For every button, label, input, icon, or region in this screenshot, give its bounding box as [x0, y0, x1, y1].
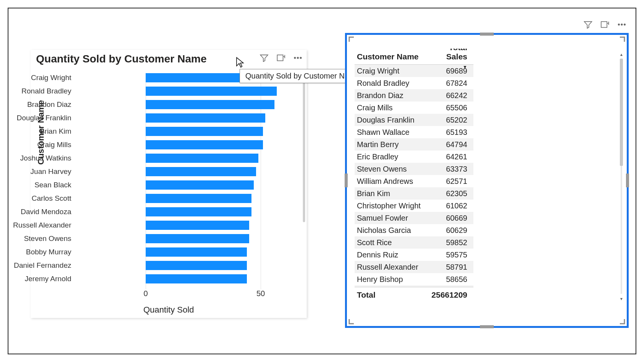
table-header[interactable]: Customer Name Total Sales ▼ [355, 49, 473, 65]
table-row[interactable]: Ronald Bradley67824 [355, 77, 473, 89]
table-row[interactable]: Dennis Ruiz59575 [355, 249, 473, 261]
chart-scrollbar-thumb[interactable] [303, 77, 305, 222]
table-row[interactable]: Russell Alexander58791 [355, 261, 473, 273]
x-axis-label: Quantity Sold [31, 305, 307, 315]
cell-value: 59575 [427, 251, 470, 259]
bar-chart-visual[interactable]: Quantity Sold by Customer Name Customer … [31, 50, 307, 318]
bar[interactable] [146, 274, 247, 283]
cell-value: 61062 [427, 201, 470, 210]
bar-label: Steven Owens [2, 234, 71, 243]
cell-value: 60669 [427, 214, 470, 223]
scrollbar-thumb[interactable] [620, 59, 623, 166]
x-tick-label: 0 [143, 289, 148, 298]
bar[interactable] [146, 247, 247, 257]
filter-icon[interactable] [583, 20, 593, 31]
bar[interactable] [146, 261, 247, 270]
bar-label: Ronald Bradley [2, 87, 71, 95]
cell-value: 65193 [427, 128, 470, 137]
bar[interactable] [146, 234, 249, 243]
more-options-icon[interactable] [293, 53, 303, 64]
table-row[interactable]: Nicholas Garcia60629 [355, 224, 473, 236]
table-row[interactable]: Shawn Wallace65193 [355, 126, 473, 138]
table-row[interactable]: Steven Owens63373 [355, 163, 473, 175]
svg-point-6 [621, 24, 622, 25]
resize-corner-tl[interactable] [348, 36, 356, 44]
cell-value: 65202 [427, 116, 470, 124]
cell-value: 60629 [427, 226, 470, 235]
bar[interactable] [146, 194, 251, 203]
bar[interactable] [146, 207, 251, 216]
bar-label: Brandon Diaz [2, 100, 71, 109]
bar-label: Bobby Murray [2, 248, 71, 256]
table-row[interactable]: Joshua Watkins58038 [355, 285, 473, 287]
total-label: Total [355, 290, 427, 300]
chart-title: Quantity Sold by Customer Name [36, 53, 207, 65]
table-toolbar [347, 20, 627, 31]
cell-value: 58791 [427, 263, 470, 272]
resize-corner-tr[interactable] [618, 36, 625, 44]
bar[interactable] [146, 167, 256, 176]
focus-mode-icon[interactable] [600, 20, 610, 31]
bar[interactable] [146, 100, 274, 109]
bar[interactable] [146, 87, 277, 96]
cell-value: 67824 [427, 79, 470, 88]
cursor-icon [236, 57, 244, 68]
bar-label: Craig Wright [2, 74, 71, 82]
table-body: Craig Wright69689Ronald Bradley67824Bran… [355, 65, 473, 287]
resize-handle-top[interactable] [480, 33, 494, 36]
svg-point-5 [618, 24, 619, 25]
table-visual[interactable]: Customer Name Total Sales ▼ Craig Wright… [345, 33, 629, 328]
svg-point-1 [294, 57, 296, 58]
table-row[interactable]: Craig Wright69689 [355, 65, 473, 77]
bar[interactable] [146, 127, 263, 136]
resize-corner-br[interactable] [618, 317, 625, 324]
focus-mode-icon[interactable] [276, 53, 286, 64]
bar[interactable] [146, 140, 263, 149]
cell-name: Scott Rice [355, 238, 427, 247]
bar[interactable] [146, 180, 254, 190]
table-inner: Customer Name Total Sales ▼ Craig Wright… [355, 49, 473, 309]
table-row[interactable]: Martin Berry64794 [355, 138, 473, 151]
bar-label: David Mendoza [2, 208, 71, 216]
resize-corner-bl[interactable] [348, 317, 356, 324]
resize-handle-bottom[interactable] [480, 325, 494, 328]
cell-name: Martin Berry [355, 140, 427, 149]
svg-point-7 [624, 24, 625, 25]
bar-label: Douglas Franklin [2, 114, 71, 122]
bar-label: Brian Kim [2, 127, 71, 136]
bar[interactable] [146, 113, 265, 123]
more-options-icon[interactable] [617, 20, 627, 31]
table-row[interactable]: Christopher Wright61062 [355, 200, 473, 212]
chart-toolbar [259, 53, 303, 64]
cell-name: Christopher Wright [355, 201, 427, 210]
filter-icon[interactable] [259, 53, 269, 64]
bar-label: Joshua Watkins [2, 154, 71, 162]
table-row[interactable]: Brandon Diaz66242 [355, 89, 473, 102]
cell-name: Brandon Diaz [355, 91, 427, 100]
total-value: 25661209 [427, 290, 470, 300]
cell-name: Shawn Wallace [355, 128, 427, 137]
bar[interactable] [146, 154, 258, 163]
cell-value: 59852 [427, 238, 470, 247]
table-row[interactable]: Craig Mills65506 [355, 102, 473, 114]
table-row[interactable]: Henry Bishop58656 [355, 273, 473, 285]
table-row[interactable]: Eric Bradley64261 [355, 151, 473, 163]
table-row[interactable]: Scott Rice59852 [355, 236, 473, 249]
scroll-up-icon[interactable]: ▴ [619, 52, 624, 56]
table-row[interactable]: Samuel Fowler60669 [355, 212, 473, 224]
table-scrollbar[interactable]: ▴ ▾ [619, 52, 624, 301]
bar-label: Juan Harvey [2, 167, 71, 176]
table-row[interactable]: William Andrews62571 [355, 175, 473, 187]
cell-value: 64794 [427, 140, 470, 149]
x-tick-label: 50 [256, 289, 265, 298]
bar[interactable] [146, 221, 249, 230]
resize-handle-right[interactable] [626, 174, 629, 187]
column-header-name[interactable]: Customer Name [355, 52, 427, 61]
bar-label: Carlos Scott [2, 194, 71, 203]
table-row[interactable]: Brian Kim62305 [355, 187, 473, 200]
chart-scrollbar[interactable] [302, 73, 306, 299]
scroll-down-icon[interactable]: ▾ [619, 296, 624, 301]
svg-point-3 [300, 57, 301, 58]
table-row[interactable]: Douglas Franklin65202 [355, 114, 473, 126]
resize-handle-left[interactable] [345, 174, 348, 187]
